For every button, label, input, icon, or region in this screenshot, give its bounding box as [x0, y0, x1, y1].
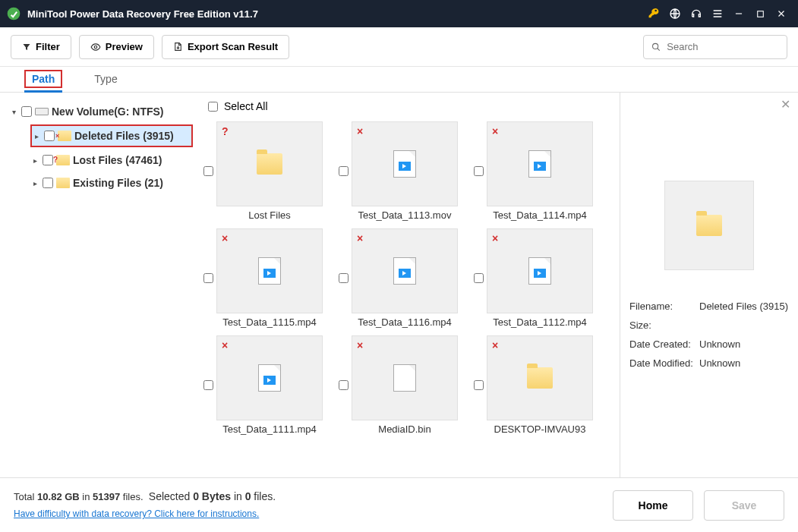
svg-point-3	[94, 46, 97, 49]
search-icon	[651, 42, 661, 52]
file-name: Test_Data_1116.mp4	[352, 316, 458, 328]
video-file-icon	[528, 150, 551, 178]
titlebar: MiniTool Power Data Recovery Free Editio…	[0, 0, 798, 27]
file-checkbox[interactable]	[203, 380, 213, 390]
preview-button[interactable]: Preview	[79, 35, 154, 59]
filter-icon	[22, 42, 31, 52]
file-checkbox[interactable]	[203, 166, 213, 176]
file-checkbox[interactable]	[339, 380, 349, 390]
svg-point-0	[8, 8, 21, 20]
app-logo-icon	[6, 6, 21, 21]
size-label: Size:	[629, 320, 699, 331]
folder-icon	[527, 367, 553, 389]
tab-path[interactable]: Path	[30, 66, 56, 92]
window-title: MiniTool Power Data Recovery Free Editio…	[27, 8, 643, 20]
search-input[interactable]	[667, 41, 779, 52]
file-cell[interactable]: ×Test_Data_1111.mp4	[203, 335, 333, 435]
close-details-icon[interactable]: ✕	[781, 97, 790, 112]
file-checkbox[interactable]	[339, 166, 349, 176]
file-thumb[interactable]: ×	[352, 335, 458, 420]
globe-icon[interactable]	[664, 3, 686, 24]
file-cell[interactable]: ×Test_Data_1112.mp4	[474, 228, 603, 328]
select-all-checkbox[interactable]	[208, 102, 218, 112]
tree-checkbox[interactable]	[43, 178, 53, 188]
file-thumb[interactable]: ×	[487, 335, 593, 420]
folder-icon	[56, 178, 70, 188]
file-checkbox[interactable]	[474, 380, 484, 390]
file-checkbox[interactable]	[474, 166, 484, 176]
file-cell[interactable]: ?Lost Files	[203, 121, 333, 221]
file-checkbox[interactable]	[203, 273, 213, 283]
modified-label: Date Modified:	[629, 357, 699, 369]
file-thumb[interactable]: ×	[352, 121, 458, 206]
video-file-icon	[393, 257, 416, 285]
folder-lost-icon: ?	[56, 155, 70, 165]
folder-icon	[696, 215, 722, 236]
help-link[interactable]: Have difficulty with data recovery? Clic…	[14, 508, 259, 519]
file-checkbox[interactable]	[474, 273, 484, 283]
headset-icon[interactable]	[686, 3, 707, 24]
chevron-right-icon[interactable]: ▸	[30, 156, 39, 165]
chevron-down-icon[interactable]: ▾	[9, 108, 18, 116]
status-badge: ×	[222, 339, 228, 351]
tree-item-deleted[interactable]: ▸ × Deleted Files (3915)	[30, 124, 193, 147]
maximize-icon[interactable]	[749, 3, 771, 24]
file-cell[interactable]: ×MediaID.bin	[339, 335, 468, 435]
search-box[interactable]	[643, 35, 787, 59]
tree-item-existing[interactable]: ▸ Existing Files (21)	[9, 172, 193, 194]
file-icon	[393, 364, 416, 392]
file-grid-panel: Select All ?Lost Files×Test_Data_1113.mo…	[196, 93, 620, 477]
video-file-icon	[258, 257, 281, 285]
minimize-icon[interactable]	[728, 3, 749, 24]
close-icon[interactable]	[771, 3, 792, 24]
status-badge: ×	[357, 232, 363, 244]
chevron-right-icon[interactable]: ▸	[30, 179, 39, 187]
chevron-right-icon[interactable]: ▸	[32, 132, 41, 140]
file-thumb[interactable]: ×	[352, 228, 458, 313]
created-label: Date Created:	[629, 338, 699, 350]
filter-button[interactable]: Filter	[11, 35, 71, 59]
filename-value: Deleted Files (3915)	[699, 301, 788, 312]
file-thumb[interactable]: ×	[487, 228, 593, 313]
file-cell[interactable]: ×DESKTOP-IMVAU93	[474, 335, 603, 435]
tree-checkbox[interactable]	[43, 155, 53, 165]
footer-info: Total 10.82 GB in 51397 files. Selected …	[14, 488, 276, 523]
created-value: Unknown	[699, 338, 740, 350]
status-badge: ×	[492, 125, 498, 137]
video-file-icon	[528, 257, 551, 285]
file-thumb[interactable]: ×	[487, 121, 593, 206]
details-panel: ✕ Filename:Deleted Files (3915) Size: Da…	[620, 93, 798, 477]
tree-root-checkbox[interactable]	[21, 106, 32, 117]
export-button[interactable]: Export Scan Result	[162, 35, 289, 59]
file-name: Test_Data_1111.mp4	[216, 423, 323, 435]
status-badge: ×	[357, 339, 363, 351]
tree-checkbox[interactable]	[44, 131, 55, 141]
folder-icon	[257, 153, 282, 175]
tree-item-lost[interactable]: ▸ ? Lost Files (47461)	[9, 149, 193, 172]
file-cell[interactable]: ×Test_Data_1116.mp4	[339, 228, 468, 328]
status-badge: ?	[222, 125, 229, 137]
home-button[interactable]: Home	[613, 490, 693, 521]
menu-icon[interactable]	[707, 3, 728, 24]
file-thumb[interactable]: ×	[216, 335, 323, 420]
file-name: MediaID.bin	[352, 423, 458, 435]
drive-icon	[35, 108, 49, 115]
key-icon[interactable]	[643, 3, 664, 24]
export-icon	[173, 42, 183, 52]
file-cell[interactable]: ×Test_Data_1113.mov	[339, 121, 468, 221]
save-button[interactable]: Save	[704, 490, 784, 521]
status-badge: ×	[492, 232, 498, 244]
tree-root[interactable]: ▾ New Volume(G: NTFS)	[9, 100, 193, 123]
file-thumb[interactable]: ?	[216, 121, 323, 206]
video-file-icon	[393, 150, 416, 178]
file-name: Test_Data_1113.mov	[352, 209, 458, 221]
file-name: Lost Files	[216, 209, 323, 221]
file-name: Test_Data_1114.mp4	[487, 209, 593, 221]
file-name: Test_Data_1112.mp4	[487, 316, 593, 328]
file-checkbox[interactable]	[339, 273, 349, 283]
tab-type[interactable]: Type	[94, 66, 117, 92]
file-cell[interactable]: ×Test_Data_1115.mp4	[203, 228, 333, 328]
file-thumb[interactable]: ×	[216, 228, 323, 313]
select-all[interactable]: Select All	[208, 100, 617, 112]
file-cell[interactable]: ×Test_Data_1114.mp4	[474, 121, 603, 221]
